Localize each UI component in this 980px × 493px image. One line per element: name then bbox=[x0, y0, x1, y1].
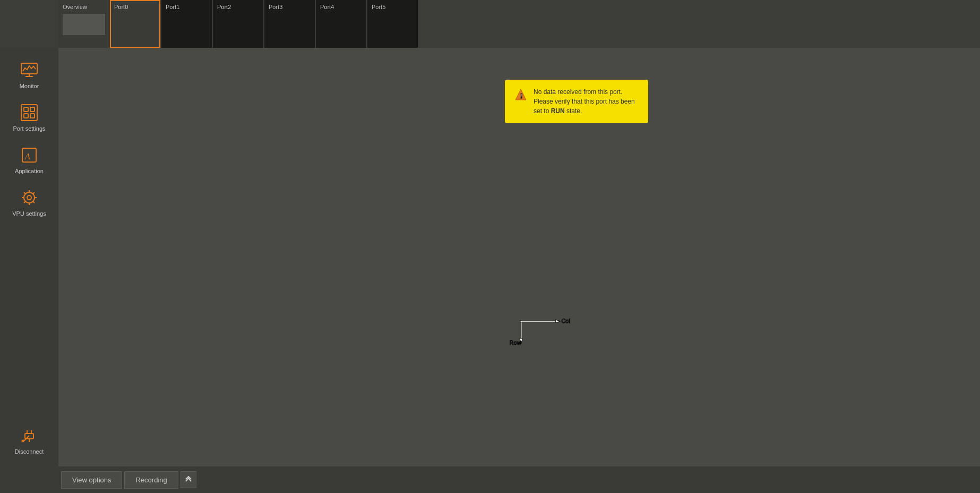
tab-port4[interactable]: Port4 bbox=[316, 0, 366, 48]
tab-port5[interactable]: Port5 bbox=[367, 0, 418, 48]
svg-rect-8 bbox=[30, 114, 35, 118]
tab-port1[interactable]: Port1 bbox=[161, 0, 212, 48]
tab-overview-thumb bbox=[63, 14, 105, 35]
sidebar-item-vpu-settings[interactable]: VPU settings bbox=[0, 181, 58, 223]
sidebar-item-disconnect[interactable]: Disconnect bbox=[0, 419, 58, 461]
application-icon: A bbox=[19, 144, 40, 166]
tab-port1-label: Port1 bbox=[166, 4, 179, 10]
row-label: Row bbox=[510, 339, 522, 346]
recording-label: Recording bbox=[135, 476, 167, 484]
tab-port0-label: Port0 bbox=[114, 4, 128, 10]
warning-text: No data received from this port. Please … bbox=[534, 87, 639, 116]
sidebar-item-application-label: Application bbox=[15, 168, 44, 174]
sidebar-item-application[interactable]: A Application bbox=[0, 138, 58, 181]
svg-rect-6 bbox=[30, 107, 35, 112]
tab-port4-label: Port4 bbox=[320, 4, 334, 10]
svg-line-18 bbox=[33, 201, 35, 203]
view-options-label: View options bbox=[72, 476, 111, 484]
svg-rect-7 bbox=[24, 114, 28, 118]
sidebar-item-monitor-label: Monitor bbox=[20, 83, 39, 89]
axis-diagram: Column Row bbox=[506, 305, 570, 350]
svg-text:A: A bbox=[24, 152, 30, 161]
tab-port0[interactable]: Port0 bbox=[110, 0, 160, 48]
sidebar: Monitor Port settings bbox=[0, 48, 58, 466]
tab-port2[interactable]: Port2 bbox=[213, 0, 263, 48]
svg-line-20 bbox=[24, 201, 25, 203]
tab-port3-label: Port3 bbox=[269, 4, 282, 10]
sidebar-item-disconnect-label: Disconnect bbox=[15, 448, 44, 455]
content-area: Monitor Port settings bbox=[0, 48, 980, 466]
sidebar-item-monitor[interactable]: Monitor bbox=[0, 53, 58, 96]
main-viewport: ! No data received from this port. Pleas… bbox=[58, 48, 980, 466]
tab-overview[interactable]: Overview bbox=[58, 0, 109, 48]
tab-port3[interactable]: Port3 bbox=[264, 0, 315, 48]
monitor-icon bbox=[19, 60, 40, 81]
sidebar-item-port-settings[interactable]: Port settings bbox=[0, 96, 58, 138]
warning-icon: ! bbox=[514, 88, 527, 101]
tab-overview-label: Overview bbox=[63, 4, 87, 10]
column-label: Column bbox=[561, 318, 570, 324]
warning-body: Please verify that this port has been se… bbox=[534, 98, 635, 115]
svg-text:!: ! bbox=[520, 92, 522, 100]
app-container: Overview Port0 Port1 Port2 Port3 Port4 P… bbox=[0, 0, 980, 493]
tab-port2-label: Port2 bbox=[217, 4, 231, 10]
recording-button[interactable]: Recording bbox=[124, 471, 178, 489]
sidebar-item-vpu-settings-label: VPU settings bbox=[12, 210, 46, 217]
svg-marker-32 bbox=[555, 320, 560, 323]
port-settings-icon bbox=[19, 102, 40, 123]
svg-line-17 bbox=[24, 192, 25, 194]
expand-bottom-chevron[interactable] bbox=[180, 471, 196, 488]
vpu-settings-icon bbox=[19, 187, 40, 208]
sidebar-bottom: Disconnect bbox=[0, 419, 58, 466]
warning-title: No data received from this port. bbox=[534, 88, 622, 96]
svg-line-19 bbox=[33, 192, 35, 194]
tab-port5-label: Port5 bbox=[372, 4, 385, 10]
tabs-bar: Overview Port0 Port1 Port2 Port3 Port4 P… bbox=[0, 0, 980, 48]
warning-box: ! No data received from this port. Pleas… bbox=[505, 80, 648, 123]
view-options-button[interactable]: View options bbox=[61, 471, 122, 489]
svg-point-12 bbox=[27, 196, 31, 200]
sidebar-item-port-settings-label: Port settings bbox=[13, 125, 45, 132]
bottom-bar: View options Recording bbox=[0, 466, 980, 493]
disconnect-icon bbox=[19, 425, 40, 446]
svg-rect-5 bbox=[24, 107, 28, 112]
